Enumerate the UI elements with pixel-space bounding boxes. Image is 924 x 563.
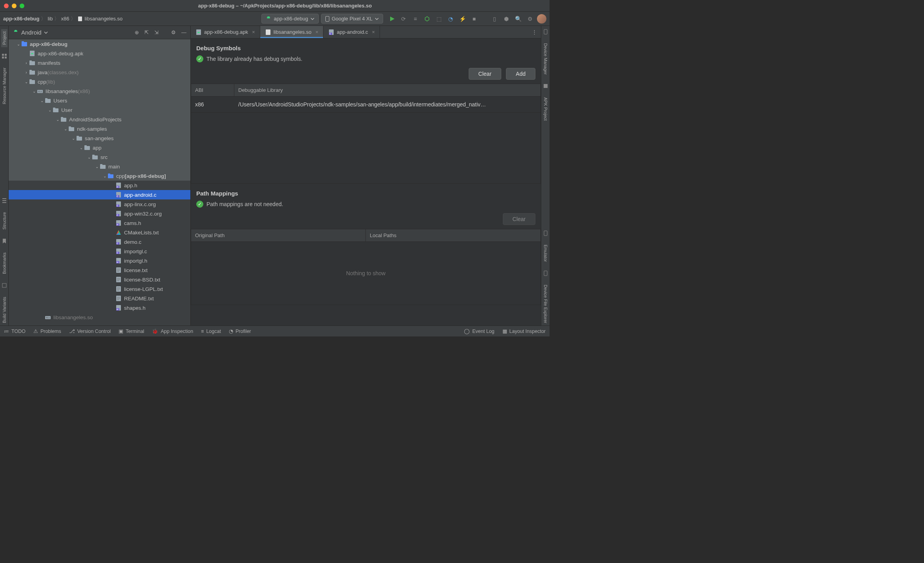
expand-arrow[interactable]: › xyxy=(24,58,29,68)
col-lib[interactable]: Debuggable Library xyxy=(234,84,541,96)
debug-icon[interactable] xyxy=(424,16,430,22)
maximize-window[interactable] xyxy=(20,4,24,8)
coverage-icon[interactable]: ≡ xyxy=(412,16,418,22)
tree-node[interactable]: ⌄app-x86-debug xyxy=(9,39,190,49)
tool-tab-project[interactable]: Project xyxy=(1,29,7,47)
editor-tab[interactable]: app-x86-debug.apk× xyxy=(191,26,260,38)
expand-arrow[interactable]: ⌄ xyxy=(102,172,108,181)
bottom-tab-logcat[interactable]: ≡Logcat xyxy=(201,328,221,334)
run-icon[interactable] xyxy=(389,16,395,22)
tree-node[interactable]: CMakeLists.txt xyxy=(9,228,190,237)
tool-tab-device-manager[interactable]: Device Manager xyxy=(542,41,549,77)
tree-node[interactable]: ⌄AndroidStudioProjects xyxy=(9,115,190,124)
tree-node[interactable]: ⌄src xyxy=(9,152,190,162)
avatar[interactable] xyxy=(537,14,546,24)
gear-icon[interactable]: ⚙ xyxy=(171,29,176,35)
tool-tab-emulator[interactable]: Emulator xyxy=(542,242,549,264)
rerun-icon[interactable]: ⟳ xyxy=(400,16,407,22)
tree-node[interactable]: Capp-win32.c.org xyxy=(9,209,190,218)
tool-tab-structure[interactable]: Structure xyxy=(1,210,7,232)
tree-node[interactable]: Himportgl.h xyxy=(9,256,190,265)
tree-node[interactable]: Hcams.h xyxy=(9,218,190,228)
tree-node[interactable]: Capp-android.c xyxy=(9,190,190,199)
close-tab-icon[interactable]: × xyxy=(372,29,375,35)
tree-node[interactable]: Happ.h xyxy=(9,181,190,190)
expand-arrow[interactable]: ⌄ xyxy=(55,115,60,124)
expand-arrow[interactable]: ⌄ xyxy=(71,134,76,143)
tree-node[interactable]: license-BSD.txt xyxy=(9,275,190,284)
tool-tab-apk-project[interactable]: APK Project xyxy=(542,95,549,123)
bottom-tab-profiler[interactable]: ◔Profiler xyxy=(229,328,251,334)
close-window[interactable] xyxy=(4,4,9,8)
attach-icon[interactable]: ⬚ xyxy=(436,16,442,22)
expand-arrow[interactable]: ⌄ xyxy=(94,162,100,171)
tree-node[interactable]: ⌄cpp (lib) xyxy=(9,77,190,86)
profile-icon[interactable]: ◔ xyxy=(447,16,454,22)
select-opened-icon[interactable]: ⊕ xyxy=(135,29,139,35)
bottom-tab-event-log[interactable]: ◯Event Log xyxy=(464,328,494,334)
col-local-paths[interactable]: Local Paths xyxy=(366,229,541,241)
clear-button[interactable]: Clear xyxy=(469,68,501,80)
avd-icon[interactable]: ▯ xyxy=(491,16,498,22)
expand-arrow[interactable]: ⌄ xyxy=(47,106,53,115)
expand-arrow[interactable]: ⌄ xyxy=(39,96,45,105)
expand-arrow[interactable]: ⌄ xyxy=(86,153,92,162)
tree-node[interactable]: ⌄main xyxy=(9,162,190,171)
tree-node[interactable]: license-LGPL.txt xyxy=(9,284,190,294)
close-tab-icon[interactable]: × xyxy=(252,29,255,35)
collapse-all-icon[interactable]: ⇲ xyxy=(154,29,159,35)
col-original-path[interactable]: Original Path xyxy=(191,229,366,241)
editor-tab[interactable]: libsanangeles.so× xyxy=(260,26,323,38)
breadcrumb-item[interactable]: libsanangeles.so xyxy=(84,16,122,22)
minimize-window[interactable] xyxy=(12,4,16,8)
tool-tab-bookmarks[interactable]: Bookmarks xyxy=(1,250,7,276)
tree-node[interactable]: app-x86-debug.apk xyxy=(9,49,190,58)
bottom-tab-todo[interactable]: ≔TODO xyxy=(4,328,26,334)
device-dropdown[interactable]: Google Pixel 4 XL xyxy=(321,14,383,24)
tree-node[interactable]: Capp-linx.c.org xyxy=(9,199,190,209)
add-button[interactable]: Add xyxy=(506,68,535,80)
expand-arrow[interactable]: ⌄ xyxy=(16,40,21,49)
tree-node[interactable]: license.txt xyxy=(9,265,190,275)
tab-menu-icon[interactable]: ⋮ xyxy=(528,26,541,38)
expand-arrow[interactable]: › xyxy=(24,68,29,77)
run-config-dropdown[interactable]: app-x86-debug xyxy=(261,14,318,24)
tree-node[interactable]: ›manifests xyxy=(9,58,190,68)
sdk-icon[interactable]: ⬢ xyxy=(503,16,509,22)
expand-arrow[interactable]: ⌄ xyxy=(24,77,29,86)
breadcrumb-item[interactable]: x86 xyxy=(61,16,69,22)
table-row[interactable]: x86 /Users/User/AndroidStudioProjects/nd… xyxy=(191,97,541,113)
tree-node[interactable]: Hshapes.h xyxy=(9,303,190,313)
tree-node[interactable]: ⌄User xyxy=(9,105,190,115)
tree-node[interactable]: ›java (classes.dex) xyxy=(9,68,190,77)
project-view-selector[interactable]: Android xyxy=(13,29,132,36)
tree-node[interactable]: ⌄app xyxy=(9,143,190,152)
tool-tab-build-variants[interactable]: Build Variants xyxy=(1,294,7,325)
close-tab-icon[interactable]: × xyxy=(315,29,318,35)
tree-node[interactable]: Cimportgl.c xyxy=(9,247,190,256)
tool-tab-resource-manager[interactable]: Resource Manager xyxy=(1,65,7,107)
breadcrumb[interactable]: app-x86-debug 〉 lib 〉 x86 〉 libsanangele… xyxy=(3,15,122,22)
project-tree[interactable]: ⌄app-x86-debugapp-x86-debug.apk›manifest… xyxy=(9,39,190,325)
search-icon[interactable]: 🔍 xyxy=(515,16,521,22)
tree-node[interactable]: README.txt xyxy=(9,294,190,303)
bottom-tab-version-control[interactable]: ⎇Version Control xyxy=(69,328,111,334)
bottom-tab-terminal[interactable]: ▣Terminal xyxy=(119,328,144,334)
hide-icon[interactable]: — xyxy=(181,29,186,35)
expand-all-icon[interactable]: ⇱ xyxy=(144,29,149,35)
tree-node[interactable]: ⌄Users xyxy=(9,96,190,105)
bottom-tab-layout-inspector[interactable]: ▦Layout Inspector xyxy=(502,328,546,334)
expand-arrow[interactable]: ⌄ xyxy=(63,124,68,133)
tree-node[interactable]: Cdemo.c xyxy=(9,237,190,247)
bottom-tab-problems[interactable]: ⚠Problems xyxy=(33,328,61,334)
expand-arrow[interactable]: ⌄ xyxy=(79,143,84,152)
breadcrumb-item[interactable]: lib xyxy=(47,16,53,22)
tree-node[interactable]: 011libsanangeles.so xyxy=(9,313,190,322)
apply-changes-icon[interactable]: ⚡ xyxy=(459,16,466,22)
stop-icon[interactable]: ■ xyxy=(471,16,477,22)
editor-tab[interactable]: Capp-android.c× xyxy=(323,26,380,38)
tree-node[interactable]: ⌄011libsanangeles (x86) xyxy=(9,86,190,96)
tool-tab-device-file-explorer[interactable]: Device File Explorer xyxy=(542,282,549,325)
gear-icon[interactable]: ⚙ xyxy=(527,16,533,22)
expand-arrow[interactable]: ⌄ xyxy=(31,87,37,96)
